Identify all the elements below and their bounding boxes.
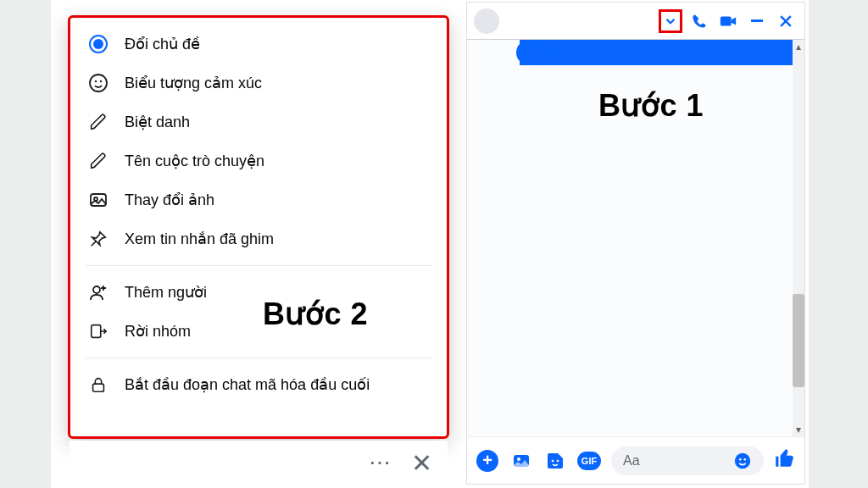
annotation-step1: Bước 1 [598,88,704,124]
video-call-button[interactable] [716,9,740,33]
menu-item-label: Thêm người [125,283,207,302]
svg-point-14 [739,458,742,460]
svg-rect-6 [92,325,101,338]
chat-options-button[interactable] [659,9,682,33]
svg-point-2 [100,80,102,82]
menu-item-chat-name[interactable]: Tên cuộc trò chuyện [70,141,447,180]
radio-active-icon [87,33,109,55]
svg-point-10 [517,458,520,461]
image-icon [87,189,109,211]
menu-item-label: Biểu tượng cảm xúc [125,74,262,92]
minimize-button[interactable] [745,9,769,33]
menu-item-label: Biệt danh [125,113,190,131]
menu-item-label: Bắt đầu đoạn chat mã hóa đầu cuối [125,375,370,394]
menu-item-label: Thay đổi ảnh [125,191,214,209]
scroll-down-button[interactable]: ▾ [793,423,804,436]
close-chat-button[interactable] [774,9,798,33]
menu-item-label: Đổi chủ đề [125,35,200,53]
scroll-up-button[interactable]: ▴ [793,40,804,53]
menu-item-nicknames[interactable]: Biệt danh [70,103,447,141]
pencil-icon [87,111,109,133]
chat-popup: ▴ ▾ + GIF Aa [466,2,805,485]
menu-item-label: Tên cuộc trò chuyện [125,152,264,170]
lock-icon [87,374,109,396]
menu-item-e2e-chat[interactable]: Bắt đầu đoạn chat mã hóa đầu cuối [70,365,447,404]
svg-point-11 [552,459,554,462]
person-plus-icon [87,281,109,303]
voice-call-button[interactable] [687,9,711,33]
menu-divider [86,358,431,358]
menu-item-label: Xem tin nhắn đã ghim [125,230,274,248]
scrollbar-thumb[interactable] [793,294,804,387]
page-gutter-left [0,0,51,488]
menu-item-change-photo[interactable]: Thay đổi ảnh [70,180,447,219]
smile-icon [87,72,109,94]
page-gutter-right [809,0,868,488]
svg-point-1 [95,80,97,82]
contact-name[interactable] [504,14,615,29]
image-gallery-button[interactable] [509,449,533,473]
leave-icon [87,320,109,342]
menu-item-pinned-messages[interactable]: Xem tin nhắn đã ghim [70,219,447,258]
annotation-step2: Bước 2 [263,297,368,332]
sticker-button[interactable] [543,449,567,473]
menu-item-change-emoji[interactable]: Biểu tượng cảm xúc [70,64,447,103]
chat-settings-menu: Đổi chủ đề Biểu tượng cảm xúc Biệt danh … [68,15,449,439]
svg-point-13 [735,452,750,468]
menu-item-add-people[interactable]: Thêm người [70,273,447,312]
avatar[interactable] [474,8,499,34]
svg-point-12 [557,459,559,462]
menu-item-change-theme[interactable]: Đổi chủ đề [70,25,447,64]
like-button[interactable] [774,447,796,474]
menu-item-label: Rời nhóm [125,322,191,341]
message-input[interactable]: Aa [611,446,764,475]
svg-point-15 [743,458,746,460]
svg-rect-8 [721,16,732,25]
chat-header [467,3,804,40]
emoji-icon[interactable] [733,452,752,470]
add-attachment-button[interactable]: + [476,449,499,473]
svg-rect-7 [93,384,104,391]
pin-icon [87,228,109,250]
gif-button[interactable]: GIF [577,449,601,473]
menu-divider [86,265,431,266]
chat-message-bubble [520,40,796,65]
under-menu-actions: ⋯ ✕ [70,441,448,485]
svg-point-5 [93,286,100,293]
chat-composer: + GIF Aa [467,436,804,484]
close-button[interactable]: ✕ [411,448,432,478]
menu-item-leave-group[interactable]: Rời nhóm [70,312,447,351]
svg-point-0 [90,75,107,92]
pencil-icon [87,150,109,172]
message-placeholder: Aa [623,453,640,469]
